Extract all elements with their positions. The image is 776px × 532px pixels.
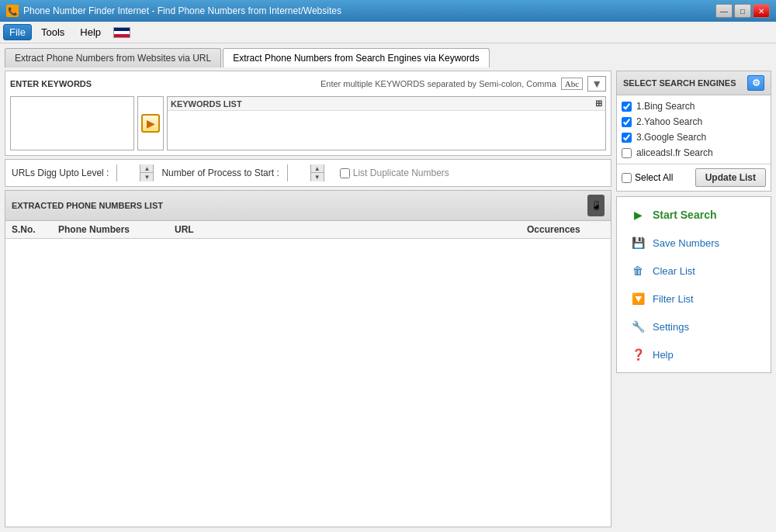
process-increment[interactable]: ▲ bbox=[311, 164, 324, 173]
config-icon[interactable]: ⚙ bbox=[747, 75, 764, 91]
search-engines-box: SELECT SEARCH ENGINES ⚙ 1.Bing Search2.Y… bbox=[616, 71, 771, 192]
save-numbers-icon: 💾 bbox=[629, 234, 646, 251]
filter-list-label: Filter List bbox=[653, 293, 694, 305]
close-button[interactable]: ✕ bbox=[753, 4, 770, 18]
right-panel: SELECT SEARCH ENGINES ⚙ 1.Bing Search2.Y… bbox=[616, 71, 771, 527]
select-all-label: Select All bbox=[635, 172, 673, 183]
help-icon: ❓ bbox=[629, 346, 646, 363]
start-search-icon: ▶ bbox=[629, 206, 646, 223]
search-engine-label: aliceadsl.fr Search bbox=[636, 147, 713, 158]
urls-digg-increment[interactable]: ▲ bbox=[140, 164, 153, 173]
se-footer: Select All Update List bbox=[617, 164, 771, 191]
panel-area: ENTER KEYWORDS Enter multiple KEYWORDS s… bbox=[5, 71, 771, 527]
tab-keywords[interactable]: Extract Phone Numbers from Search Engine… bbox=[223, 48, 489, 67]
process-spin-buttons: ▲ ▼ bbox=[311, 164, 324, 181]
search-engine-item: 2.Yahoo Search bbox=[617, 114, 771, 130]
search-engine-label: 3.Google Search bbox=[636, 132, 706, 143]
duplicate-numbers-checkbox[interactable] bbox=[340, 168, 350, 178]
language-flag bbox=[113, 27, 130, 38]
settings-icon: 🔧 bbox=[629, 318, 646, 335]
col-occ: Occurences bbox=[527, 224, 605, 235]
action-buttons: ▶ Start Search 💾 Save Numbers 🗑 Clear Li… bbox=[616, 196, 771, 373]
se-title: SELECT SEARCH ENGINES bbox=[623, 78, 736, 88]
search-engine-label: 2.Yahoo Search bbox=[636, 116, 702, 127]
start-search-button[interactable]: ▶ Start Search bbox=[625, 203, 763, 226]
search-engine-checkbox[interactable] bbox=[622, 148, 632, 158]
minimize-button[interactable]: — bbox=[715, 4, 733, 18]
menu-bar: File Tools Help bbox=[0, 22, 776, 43]
keyword-input[interactable] bbox=[10, 96, 134, 150]
left-panel: ENTER KEYWORDS Enter multiple KEYWORDS s… bbox=[5, 71, 611, 527]
filter-list-button[interactable]: 🔽 Filter List bbox=[625, 287, 763, 310]
keywords-list-icon[interactable]: ⊞ bbox=[595, 98, 602, 109]
clear-list-icon: 🗑 bbox=[629, 262, 646, 279]
abc-icon: Abc bbox=[561, 78, 583, 90]
process-spinner: 15 ▲ ▼ bbox=[287, 164, 324, 181]
tools-menu[interactable]: Tools bbox=[35, 24, 71, 40]
save-numbers-label: Save Numbers bbox=[653, 237, 719, 249]
se-list: 1.Bing Search2.Yahoo Search3.Google Sear… bbox=[617, 95, 771, 164]
keywords-hint: Enter multiple KEYWORDS separated by Sem… bbox=[320, 79, 556, 88]
options-row: URLs Digg Upto Level : 3 ▲ ▼ Number of P… bbox=[5, 159, 611, 187]
urls-digg-spin-buttons: ▲ ▼ bbox=[140, 164, 153, 181]
sort-down-icon[interactable]: ▼ bbox=[587, 76, 606, 92]
search-engine-checkbox[interactable] bbox=[622, 102, 632, 112]
help-button[interactable]: ❓ Help bbox=[625, 343, 763, 366]
clear-list-button[interactable]: 🗑 Clear List bbox=[625, 259, 763, 282]
extracted-title: EXTRACTED PHONE NUMBERS LIST bbox=[12, 201, 163, 210]
tab-url[interactable]: Extract Phone Numbers from Websites via … bbox=[5, 48, 221, 67]
tabs-container: Extract Phone Numbers from Websites via … bbox=[5, 48, 771, 67]
search-engine-item: 3.Google Search bbox=[617, 130, 771, 145]
keywords-header: ENTER KEYWORDS Enter multiple KEYWORDS s… bbox=[10, 76, 606, 92]
process-decrement[interactable]: ▼ bbox=[311, 173, 324, 181]
settings-button[interactable]: 🔧 Settings bbox=[625, 315, 763, 338]
add-keyword-button[interactable]: ▶ bbox=[137, 96, 164, 150]
keywords-title: ENTER KEYWORDS bbox=[10, 79, 92, 88]
keywords-list-header: KEYWORDS LIST ⊞ bbox=[168, 97, 605, 111]
table-header: S.No. Phone Numbers URL Occurences bbox=[5, 221, 611, 239]
app-icon: 📞 bbox=[6, 5, 19, 17]
help-label: Help bbox=[653, 349, 674, 361]
search-engine-checkbox[interactable] bbox=[622, 117, 632, 127]
process-label: Number of Process to Start : bbox=[161, 168, 279, 178]
process-value[interactable]: 15 bbox=[288, 164, 311, 181]
filter-list-icon: 🔽 bbox=[629, 290, 646, 307]
save-numbers-button[interactable]: 💾 Save Numbers bbox=[625, 231, 763, 254]
col-url: URL bbox=[175, 224, 527, 235]
file-menu[interactable]: File bbox=[3, 24, 32, 40]
arrow-right-icon: ▶ bbox=[141, 114, 160, 133]
phone-icon: 📱 bbox=[587, 195, 605, 216]
help-menu[interactable]: Help bbox=[74, 24, 107, 40]
settings-label: Settings bbox=[653, 321, 689, 333]
search-engine-item: aliceadsl.fr Search bbox=[617, 145, 771, 161]
se-header: SELECT SEARCH ENGINES ⚙ bbox=[617, 71, 771, 95]
main-content: Extract Phone Numbers from Websites via … bbox=[0, 43, 776, 532]
urls-digg-value[interactable]: 3 bbox=[117, 164, 140, 181]
extracted-header: EXTRACTED PHONE NUMBERS LIST 📱 bbox=[5, 191, 611, 221]
table-body bbox=[5, 239, 611, 527]
urls-digg-label: URLs Digg Upto Level : bbox=[12, 168, 109, 178]
keywords-input-row: ▶ KEYWORDS LIST ⊞ bbox=[10, 96, 606, 150]
col-phone: Phone Numbers bbox=[58, 224, 175, 235]
search-engine-label: 1.Bing Search bbox=[636, 101, 695, 112]
extracted-section: EXTRACTED PHONE NUMBERS LIST 📱 S.No. Pho… bbox=[5, 190, 611, 527]
start-search-label: Start Search bbox=[653, 209, 716, 221]
keywords-list-box: KEYWORDS LIST ⊞ bbox=[167, 96, 606, 150]
search-engine-checkbox[interactable] bbox=[622, 133, 632, 143]
title-bar: 📞 Phone Number Finder Internet - Find Ph… bbox=[0, 0, 776, 22]
duplicate-numbers-label[interactable]: List Duplicate Numbers bbox=[353, 168, 449, 178]
window-title: Phone Number Finder Internet - Find Phon… bbox=[23, 5, 714, 16]
clear-list-label: Clear List bbox=[653, 265, 695, 277]
select-all-checkbox[interactable] bbox=[622, 173, 632, 183]
col-sno: S.No. bbox=[12, 224, 58, 235]
search-engine-item: 1.Bing Search bbox=[617, 98, 771, 114]
keywords-section: ENTER KEYWORDS Enter multiple KEYWORDS s… bbox=[5, 71, 611, 156]
urls-digg-decrement[interactable]: ▼ bbox=[140, 173, 153, 181]
maximize-button[interactable]: □ bbox=[734, 4, 751, 18]
urls-digg-spinner: 3 ▲ ▼ bbox=[116, 164, 154, 181]
update-list-button[interactable]: Update List bbox=[695, 168, 766, 187]
